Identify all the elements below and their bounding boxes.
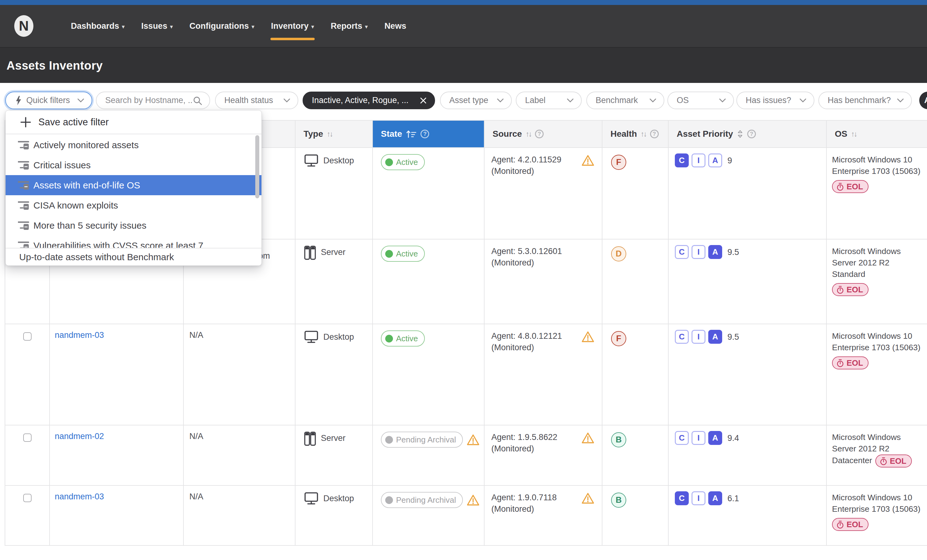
help-circle-icon[interactable]: ? [650, 130, 659, 138]
state-warning [467, 495, 480, 508]
confidentiality-badge: C [675, 491, 689, 505]
row-checkbox[interactable] [23, 332, 32, 341]
eol-label: EOL [846, 284, 863, 296]
health-badge: F [611, 331, 626, 346]
app-logo[interactable]: N [14, 15, 33, 37]
desktop-icon [304, 154, 318, 167]
column-header-state[interactable]: State? [373, 121, 485, 148]
eol-badge: EOL [832, 357, 869, 369]
column-header-health[interactable]: Health↑↓? [602, 121, 669, 148]
nav-item-inventory[interactable]: Inventory▾ [271, 5, 314, 47]
menu-item[interactable]: Critical issues [6, 155, 261, 175]
os-filter[interactable]: OS [667, 92, 734, 109]
nav-item-label: Dashboards [71, 21, 119, 31]
server-icon [304, 246, 316, 260]
asset-priority-cell: CIA9 [669, 148, 827, 240]
os-text: Microsoft Windows Server 2012 R2 Standar… [832, 247, 901, 279]
hostname-link[interactable]: nandmem-03 [55, 331, 104, 340]
source-cell: Agent: 4.2.0.11529 (Monitored) [485, 148, 602, 240]
benchmark-filter[interactable]: Benchmark [587, 92, 664, 109]
filter-label: Has issues? [746, 96, 795, 105]
nav-item-configurations[interactable]: Configurations▾ [189, 5, 254, 47]
nav-item-issues[interactable]: Issues▾ [141, 5, 173, 47]
column-header-source[interactable]: Source↑↓? [485, 121, 602, 148]
health-status-filter[interactable]: Health status [215, 92, 298, 109]
menu-item-label: More than 5 security issues [33, 220, 146, 231]
has-issues-filter[interactable]: Has issues? [736, 92, 815, 109]
source-text: Agent: 5.3.0.12601 (Monitored) [491, 246, 584, 269]
help-circle-icon[interactable]: ? [747, 130, 756, 138]
menu-item[interactable]: Vulnerabilities with CVSS score at least… [6, 235, 261, 248]
quick-filters-dropdown[interactable]: Quick filters [5, 92, 92, 109]
nav-item-reports[interactable]: Reports▾ [331, 5, 368, 47]
eol-label: EOL [846, 357, 863, 369]
has-benchmark-filter[interactable]: Has benchmark? [818, 92, 912, 109]
quick-filters-label: Quick filters [26, 96, 73, 105]
chevron-down-icon [78, 99, 84, 103]
save-active-filter-button[interactable]: Save active filter [6, 111, 261, 134]
stopwatch-icon [836, 182, 844, 191]
help-circle-icon[interactable]: ? [421, 130, 429, 138]
x-icon[interactable] [419, 97, 427, 104]
menu-item-up-to-date-assets[interactable]: Up-to-date assets without Benchmark [6, 248, 261, 266]
chevron-down-icon [649, 99, 656, 103]
health-badge: B [611, 432, 626, 448]
menu-item[interactable]: Assets with end-of-life OS [6, 175, 261, 195]
search-placeholder: Search by Hostname, ... [105, 96, 193, 105]
quick-filters-list: Actively monitored assetsCritical issues… [6, 135, 261, 248]
column-label: Type [304, 129, 323, 139]
chevron-down-icon: ▾ [311, 24, 314, 30]
source-warning [581, 493, 594, 507]
filter-label: Label [525, 96, 562, 105]
column-label: Asset Priority [677, 129, 733, 139]
column-label: OS [835, 129, 847, 139]
hostname-cell: nandmem-02 [50, 425, 184, 486]
os-text: Microsoft Windows 10 Enterprise 1703 (15… [832, 155, 921, 176]
column-header-os[interactable]: OS↑↓ [827, 121, 927, 148]
os-text: Microsoft Windows 10 Enterprise 1703 (15… [832, 331, 921, 352]
source-cell: Agent: 5.3.0.12601 (Monitored) [485, 240, 602, 324]
secondary-cell: N/A [184, 324, 295, 425]
health-badge: F [611, 155, 626, 170]
server-icon [304, 432, 316, 446]
row-checkbox[interactable] [23, 434, 32, 442]
search-input[interactable]: Search by Hostname, ... [96, 92, 210, 109]
nav-item-news[interactable]: News [384, 5, 406, 47]
state-dot-icon [385, 250, 393, 258]
priority-score: 9.5 [728, 332, 739, 342]
integrity-badge: I [691, 245, 705, 259]
active-tab-underline [271, 38, 315, 40]
column-header-type[interactable]: Type↑↓ [295, 121, 373, 148]
label-filter[interactable]: Label [516, 92, 582, 109]
clipped-right-button[interactable]: A [919, 92, 927, 109]
state-cell: Active [373, 148, 485, 240]
filter-lock-icon [18, 201, 29, 210]
menu-item[interactable]: Actively monitored assets [6, 135, 261, 155]
state-cell: Active [373, 324, 485, 425]
state-filter-chip[interactable]: Inactive, Active, Rogue, ... [302, 92, 435, 109]
eol-badge: EOL [832, 180, 869, 193]
menu-item[interactable]: CISA known exploits [6, 195, 261, 216]
scrollbar-thumb[interactable] [255, 135, 259, 198]
menu-item-label: Up-to-date assets without Benchmark [19, 252, 174, 263]
hostname-link[interactable]: nandmem-03 [55, 492, 104, 501]
state-dot-icon [385, 496, 393, 504]
state-label: Active [396, 158, 418, 167]
menu-item[interactable]: More than 5 security issues [6, 216, 261, 235]
cell-value: N/A [189, 492, 203, 501]
state-filter-value: Inactive, Active, Rogue, ... [312, 96, 416, 105]
row-checkbox[interactable] [23, 494, 32, 502]
hostname-cell: nandmem-03 [50, 486, 184, 546]
asset-type-filter[interactable]: Asset type [440, 92, 512, 109]
column-header-asset-priority[interactable]: Asset Priority? [669, 121, 827, 148]
chevron-down-icon [283, 99, 290, 103]
chevron-down-icon [497, 99, 504, 103]
main-navigation: N Dashboards▾ Issues▾ Configurations▾ In… [0, 5, 927, 47]
help-circle-icon[interactable]: ? [535, 130, 544, 138]
eol-label: EOL [846, 181, 863, 193]
hostname-link[interactable]: nandmem-02 [55, 432, 104, 441]
os-cell: Microsoft Windows Server 2012 R2 Standar… [827, 240, 927, 324]
nav-item-dashboards[interactable]: Dashboards▾ [71, 5, 125, 47]
health-cell: F [602, 148, 669, 240]
warning-triangle-icon [581, 331, 594, 343]
